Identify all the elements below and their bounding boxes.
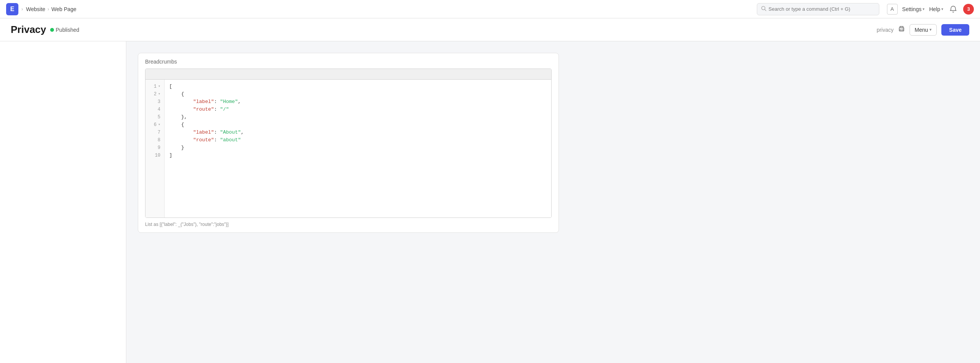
page-slug: privacy xyxy=(877,27,893,33)
line-9: 9 xyxy=(145,144,164,152)
avatar[interactable]: A xyxy=(887,4,898,15)
code-line-8: "route": "about" xyxy=(169,136,547,144)
topbar: E › Website › Web Page A Settings ▾ Help… xyxy=(0,0,980,18)
line-7: 7 xyxy=(145,129,164,136)
search-bar[interactable] xyxy=(757,3,879,15)
settings-chevron-icon: ▾ xyxy=(923,7,924,11)
left-sidebar xyxy=(0,41,126,363)
topbar-actions: A Settings ▾ Help ▾ 3 xyxy=(887,4,974,15)
menu-chevron-icon: ▾ xyxy=(929,27,932,32)
fold-arrow-1: ▾ xyxy=(158,83,160,90)
print-icon[interactable] xyxy=(898,25,905,34)
status-badge: Published xyxy=(50,27,80,33)
fold-arrow-2: ▾ xyxy=(158,90,160,98)
code-line-2: { xyxy=(169,90,547,98)
fold-arrow-6: ▾ xyxy=(158,121,160,129)
page-header: Privacy Published privacy Menu ▾ Save xyxy=(0,18,980,41)
app-logo[interactable]: E xyxy=(6,3,18,15)
search-icon xyxy=(761,6,766,12)
page-title: Privacy xyxy=(11,24,46,36)
code-line-6: { xyxy=(169,121,547,129)
code-line-7: "label": "About", xyxy=(169,129,547,136)
line-6: 6 ▾ xyxy=(145,121,164,129)
svg-point-4 xyxy=(903,28,903,29)
notification-badge[interactable]: 3 xyxy=(963,4,974,15)
status-dot-icon xyxy=(50,28,54,32)
breadcrumb-nav: Website › Web Page xyxy=(26,6,76,12)
breadcrumb-sep-2: › xyxy=(47,7,49,12)
line-8: 8 xyxy=(145,136,164,144)
line-3: 3 xyxy=(145,98,164,106)
status-label: Published xyxy=(56,27,80,33)
main-content: Breadcrumbs 1 ▾ 2 ▾ 3 xyxy=(0,41,980,363)
line-10: 10 xyxy=(145,152,164,159)
svg-rect-3 xyxy=(900,29,903,31)
editor-hint: List as [{"label": _("Jobs"), "route":"j… xyxy=(138,218,559,232)
search-input[interactable] xyxy=(769,6,875,12)
breadcrumb-webpage[interactable]: Web Page xyxy=(51,6,76,12)
editor-label: Breadcrumbs xyxy=(138,53,559,69)
svg-line-1 xyxy=(764,10,766,11)
help-button[interactable]: Help ▾ xyxy=(929,6,943,12)
code-line-10: ] xyxy=(169,152,547,159)
code-editor-header xyxy=(145,69,551,80)
code-line-9: } xyxy=(169,144,547,152)
settings-button[interactable]: Settings ▾ xyxy=(902,6,925,12)
line-4: 4 xyxy=(145,106,164,113)
breadcrumb-sep-1: › xyxy=(21,7,23,12)
breadcrumb-website[interactable]: Website xyxy=(26,6,45,12)
code-editor-body: 1 ▾ 2 ▾ 3 4 xyxy=(145,80,551,217)
code-line-3: "label": "Home", xyxy=(169,98,547,106)
code-content[interactable]: [ { "label": "Home", "route": "/" }, { "… xyxy=(165,80,551,217)
help-chevron-icon: ▾ xyxy=(941,7,943,11)
save-button[interactable]: Save xyxy=(941,24,969,36)
line-numbers: 1 ▾ 2 ▾ 3 4 xyxy=(145,80,165,217)
code-editor[interactable]: 1 ▾ 2 ▾ 3 4 xyxy=(145,69,552,218)
code-line-4: "route": "/" xyxy=(169,106,547,113)
line-1: 1 ▾ xyxy=(145,83,164,90)
menu-button[interactable]: Menu ▾ xyxy=(910,24,937,36)
line-2: 2 ▾ xyxy=(145,90,164,98)
code-line-5: }, xyxy=(169,113,547,121)
code-line-1: [ xyxy=(169,83,547,90)
page-header-right: privacy Menu ▾ Save xyxy=(877,24,969,36)
line-5: 5 xyxy=(145,113,164,121)
editor-area: Breadcrumbs 1 ▾ 2 ▾ 3 xyxy=(126,41,980,363)
notifications-icon[interactable] xyxy=(948,4,959,15)
editor-section: Breadcrumbs 1 ▾ 2 ▾ 3 xyxy=(138,53,559,233)
